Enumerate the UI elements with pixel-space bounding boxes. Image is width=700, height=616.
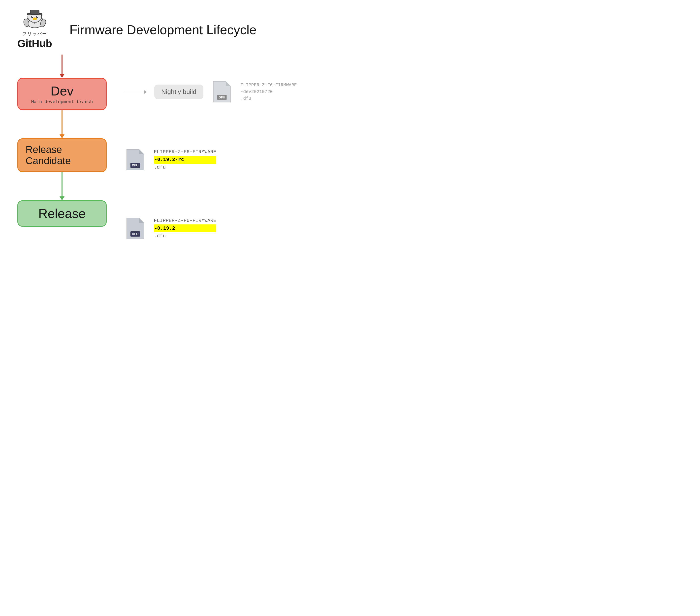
japanese-subtitle: フリッパー — [22, 31, 47, 37]
nightly-filename-line2: -dev20210720.dfu — [241, 89, 297, 102]
arrow-rc-to-release — [62, 172, 63, 197]
flipper-logo-icon — [20, 10, 50, 30]
svg-point-7 — [37, 16, 38, 17]
dev-node-title: Dev — [51, 84, 73, 99]
release-dfu-badge: DFU — [130, 231, 140, 237]
nightly-filename: FLIPPER-Z-F6-FIRMWARE -dev20210720.dfu — [241, 82, 297, 102]
nightly-filename-line1: FLIPPER-Z-F6-FIRMWARE — [241, 82, 297, 89]
header: フリッパー GitHub Firmware Development Lifecy… — [15, 10, 335, 50]
github-label: GitHub — [17, 38, 52, 50]
rc-node: Release Candidate — [17, 138, 107, 172]
svg-point-6 — [32, 16, 33, 17]
rc-filename-line2: -0.19.2-rc.dfu — [154, 156, 216, 171]
rc-dfu-badge: DFU — [130, 163, 140, 168]
logo-area: フリッパー GitHub — [15, 10, 54, 50]
svg-rect-12 — [34, 23, 35, 24]
release-filename: FLIPPER-Z-F6-FIRMWARE -0.19.2.dfu — [154, 217, 216, 240]
release-artifact-row: DFU FLIPPER-Z-F6-FIRMWARE -0.19.2.dfu — [124, 217, 297, 240]
release-filename-line2: -0.19.2.dfu — [154, 224, 216, 240]
page-title: Firmware Development Lifecycle — [70, 22, 257, 37]
arrow-dev-to-nightly — [124, 90, 147, 94]
nightly-dfu-file: DFU — [211, 81, 233, 102]
svg-rect-11 — [32, 22, 33, 23]
nightly-artifact-row: Nightly build DFU FLIPPER-Z-F6-FIRMWARE … — [124, 81, 297, 102]
svg-rect-3 — [30, 10, 39, 14]
svg-marker-15 — [226, 81, 231, 86]
dev-node: Dev Main development branch — [17, 78, 107, 110]
svg-rect-13 — [36, 22, 37, 23]
arrow-github-to-dev — [62, 54, 63, 74]
arrow-dev-to-rc — [62, 110, 63, 135]
rc-node-title: Release Candidate — [26, 144, 99, 166]
rc-artifact-row: DFU FLIPPER-Z-F6-FIRMWARE -0.19.2-rc.dfu — [124, 148, 297, 171]
left-column: Dev Main development branch Release Cand… — [15, 54, 109, 240]
dev-node-subtitle: Main development branch — [31, 99, 93, 104]
svg-marker-17 — [139, 149, 144, 154]
diagram-area: Dev Main development branch Release Cand… — [15, 54, 335, 240]
release-node: Release — [17, 200, 107, 227]
release-dfu-file: DFU — [124, 218, 146, 239]
rc-dfu-file: DFU — [124, 149, 146, 171]
rc-filename-line1: FLIPPER-Z-F6-FIRMWARE — [154, 148, 216, 156]
svg-marker-19 — [139, 218, 144, 223]
nightly-build-box: Nightly build — [154, 85, 203, 99]
svg-point-8 — [33, 17, 37, 20]
release-filename-line1: FLIPPER-Z-F6-FIRMWARE — [154, 217, 216, 224]
release-node-title: Release — [38, 206, 86, 221]
arrow-line — [124, 92, 144, 92]
right-artifacts: Nightly build DFU FLIPPER-Z-F6-FIRMWARE … — [124, 54, 297, 240]
arrow-head — [144, 90, 147, 94]
rc-filename: FLIPPER-Z-F6-FIRMWARE -0.19.2-rc.dfu — [154, 148, 216, 171]
nightly-dfu-badge: DFU — [217, 95, 227, 100]
